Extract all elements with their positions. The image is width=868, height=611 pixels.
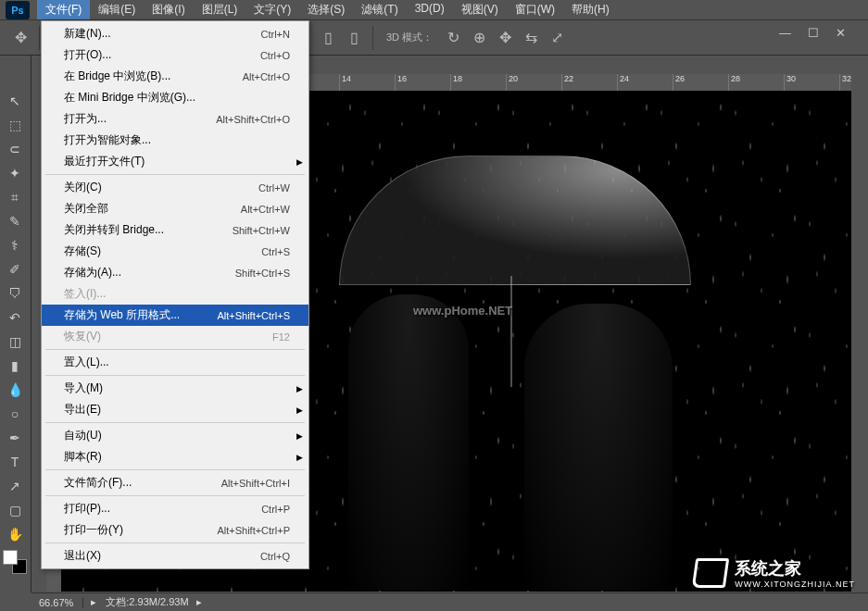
- menu-item[interactable]: 关闭(C)Ctrl+W: [42, 177, 308, 198]
- file-menu-dropdown: 新建(N)...Ctrl+N打开(O)...Ctrl+O在 Bridge 中浏览…: [41, 20, 309, 569]
- menu-item[interactable]: 图层(L): [194, 0, 246, 19]
- color-swatches[interactable]: [3, 550, 27, 574]
- menu-item[interactable]: 退出(X)Ctrl+Q: [42, 545, 308, 567]
- menu-item[interactable]: 选择(S): [299, 0, 353, 19]
- pan-icon[interactable]: ✥: [494, 27, 516, 49]
- eraser-tool-icon[interactable]: ◫: [1, 330, 29, 353]
- brand-watermark: 系统之家 WWW.XITONGZHIJIA.NET: [694, 557, 855, 589]
- move-tool-icon[interactable]: ↖: [1, 90, 29, 112]
- menu-item[interactable]: 关闭全部Alt+Ctrl+W: [42, 198, 308, 219]
- history-brush-icon[interactable]: ↶: [1, 306, 29, 329]
- menu-item[interactable]: 自动(U)▶: [42, 425, 308, 446]
- menu-item[interactable]: 脚本(R)▶: [42, 446, 308, 468]
- menu-item[interactable]: 新建(N)...Ctrl+N: [42, 23, 308, 44]
- menu-item[interactable]: 最近打开文件(T)▶: [42, 151, 308, 172]
- hand-tool-icon[interactable]: ✋: [1, 523, 29, 545]
- menu-separator: [45, 495, 305, 496]
- healing-tool-icon[interactable]: ⚕: [1, 234, 29, 256]
- menu-separator: [45, 375, 305, 376]
- distribute-icon[interactable]: ▯: [317, 27, 339, 49]
- menu-item[interactable]: 打开为...Alt+Shift+Ctrl+O: [42, 108, 308, 130]
- chevron-right-icon: ▶: [296, 453, 303, 462]
- doc-info: 文档:2.93M/2.93M: [104, 595, 188, 609]
- shape-tool-icon[interactable]: ▢: [1, 499, 29, 521]
- menu-item: 恢复(V)F12: [42, 326, 308, 347]
- path-tool-icon[interactable]: ↗: [1, 475, 29, 497]
- umbrella-pole: [510, 276, 512, 387]
- menu-item[interactable]: 视图(V): [453, 0, 507, 19]
- mode-label: 3D 模式：: [386, 31, 433, 44]
- menu-separator: [45, 422, 305, 423]
- chevron-right-icon: ▶: [296, 431, 303, 441]
- crop-tool-icon[interactable]: ⌗: [1, 186, 29, 208]
- dodge-tool-icon[interactable]: ○: [1, 403, 29, 425]
- menu-item[interactable]: 文件(F): [37, 0, 90, 19]
- menu-item[interactable]: 滤镜(T): [353, 0, 406, 19]
- chevron-right-icon[interactable]: ▸: [196, 596, 202, 608]
- menu-item[interactable]: 关闭并转到 Bridge...Shift+Ctrl+W: [42, 219, 308, 241]
- wand-tool-icon[interactable]: ✦: [1, 162, 29, 184]
- menu-item[interactable]: 导入(M)▶: [42, 378, 308, 399]
- brand-name: 系统之家: [735, 559, 801, 578]
- zoom-level[interactable]: 66.67%: [39, 597, 83, 608]
- menu-item[interactable]: 存储为 Web 所用格式...Alt+Shift+Ctrl+S: [42, 305, 308, 326]
- menu-item[interactable]: 打开为智能对象...: [42, 130, 308, 151]
- menu-item[interactable]: 编辑(E): [90, 0, 144, 19]
- menu-item[interactable]: 图像(I): [144, 0, 193, 19]
- distribute-icon[interactable]: ▯: [343, 27, 365, 49]
- pen-tool-icon[interactable]: ✒: [1, 427, 29, 449]
- tools-panel: ↖ ⬚ ⊂ ✦ ⌗ ✎ ⚕ ✐ ⛉ ↶ ◫ ▮ 💧 ○ ✒ T ↗ ▢ ✋: [0, 56, 31, 592]
- slide-icon[interactable]: ⇆: [520, 27, 542, 49]
- lasso-tool-icon[interactable]: ⊂: [1, 138, 29, 160]
- close-icon[interactable]: ✕: [836, 26, 846, 40]
- menu-item[interactable]: 置入(L)...: [42, 352, 308, 373]
- menu-separator: [45, 174, 305, 175]
- menu-item[interactable]: 在 Mini Bridge 中浏览(G)...: [42, 87, 308, 108]
- menu-item[interactable]: 帮助(H): [563, 0, 618, 19]
- move-tool-icon[interactable]: ✥: [9, 27, 31, 49]
- menubar: Ps 文件(F)编辑(E)图像(I)图层(L)文字(Y)选择(S)滤镜(T)3D…: [0, 0, 868, 20]
- menu-item[interactable]: 在 Bridge 中浏览(B)...Alt+Ctrl+O: [42, 66, 308, 87]
- menu-item[interactable]: 存储为(A)...Shift+Ctrl+S: [42, 262, 308, 283]
- gradient-tool-icon[interactable]: ▮: [1, 355, 29, 377]
- brand-logo-icon: [692, 558, 729, 588]
- brand-url: WWW.XITONGZHIJIA.NET: [735, 580, 855, 589]
- eyedropper-tool-icon[interactable]: ✎: [1, 210, 29, 232]
- menu-item: 签入(I)...: [42, 283, 308, 305]
- chevron-right-icon: ▶: [296, 157, 303, 167]
- type-tool-icon[interactable]: T: [1, 451, 29, 473]
- menu-item[interactable]: 文件简介(F)...Alt+Shift+Ctrl+I: [42, 472, 308, 493]
- stamp-tool-icon[interactable]: ⛉: [1, 282, 29, 305]
- menu-item[interactable]: 存储(S)Ctrl+S: [42, 241, 308, 262]
- app-logo: Ps: [6, 1, 30, 19]
- menu-item[interactable]: 3D(D): [407, 0, 453, 19]
- blur-tool-icon[interactable]: 💧: [1, 379, 29, 401]
- rotate-icon[interactable]: ↻: [442, 27, 464, 49]
- menu-item[interactable]: 窗口(W): [507, 0, 563, 19]
- menu-item[interactable]: 打印(P)...Ctrl+P: [42, 498, 308, 519]
- chevron-right-icon: ▶: [296, 405, 303, 415]
- menu-item[interactable]: 打印一份(Y)Alt+Shift+Ctrl+P: [42, 519, 308, 541]
- watermark-text: www.pHome.NET: [413, 304, 512, 318]
- brush-tool-icon[interactable]: ✐: [1, 258, 29, 281]
- figure-image: [348, 294, 469, 591]
- menu-item[interactable]: 打开(O)...Ctrl+O: [42, 44, 308, 66]
- chevron-right-icon: ▶: [296, 384, 303, 393]
- figure-image: [524, 304, 673, 591]
- maximize-icon[interactable]: ☐: [808, 26, 819, 40]
- orbit-icon[interactable]: ⊕: [468, 27, 490, 49]
- chevron-right-icon[interactable]: ▸: [91, 596, 96, 608]
- scale-icon[interactable]: ⤢: [546, 27, 568, 49]
- window-controls: — ☐ ✕: [779, 26, 846, 40]
- menu-separator: [45, 469, 305, 470]
- menu-separator: [45, 542, 305, 543]
- minimize-icon[interactable]: —: [779, 26, 791, 40]
- menu-item[interactable]: 文字(Y): [245, 0, 299, 19]
- statusbar: 66.67% ▸ 文档:2.93M/2.93M ▸: [31, 592, 868, 611]
- menu-separator: [45, 349, 305, 350]
- menu-item[interactable]: 导出(E)▶: [42, 399, 308, 420]
- marquee-tool-icon[interactable]: ⬚: [1, 114, 29, 136]
